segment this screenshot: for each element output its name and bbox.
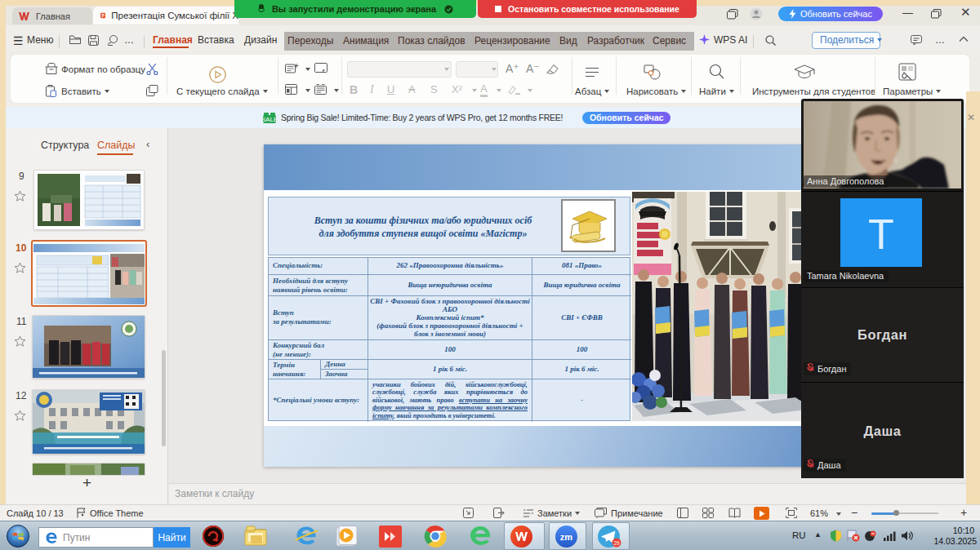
svg-text:zm: zm [560, 532, 573, 542]
svg-text:29: 29 [613, 540, 620, 546]
svg-text:SALE: SALE [263, 116, 276, 123]
